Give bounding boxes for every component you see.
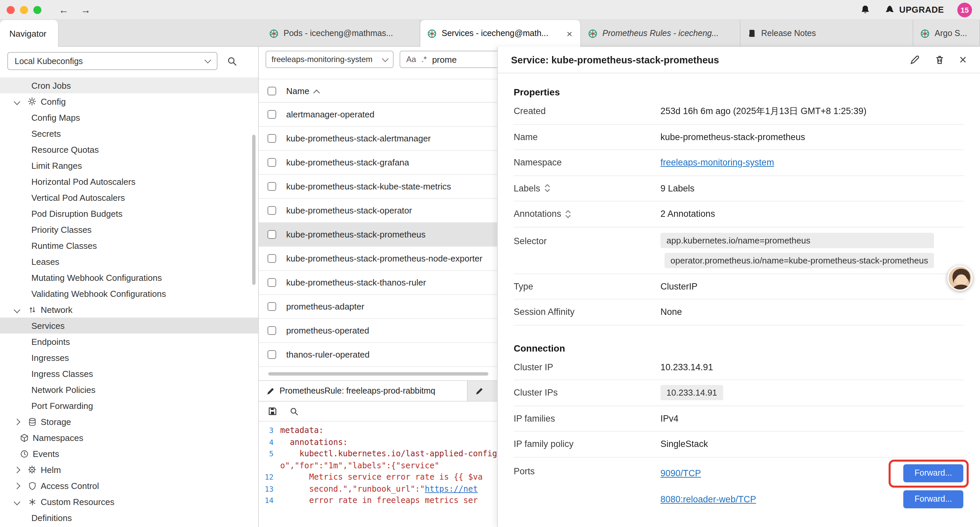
close-window-button[interactable]	[7, 6, 15, 14]
sidebar-search-icon[interactable]	[227, 56, 237, 66]
sidebar-item-config-maps[interactable]: Config Maps	[0, 110, 258, 126]
sidebar-item-definitions[interactable]: Definitions	[0, 509, 258, 525]
forward-icon[interactable]: →	[81, 4, 91, 15]
zoom-window-button[interactable]	[33, 6, 41, 14]
sidebar-item-cron-jobs[interactable]: Cron Jobs	[0, 77, 258, 93]
list-search-input[interactable]	[432, 54, 479, 64]
row-checkbox[interactable]	[267, 110, 276, 119]
sidebar-item-mutating-webhook-configurations[interactable]: Mutating Webhook Configurations	[0, 269, 258, 285]
port-link[interactable]: 9090/TCP	[660, 468, 701, 478]
row-checkbox[interactable]	[267, 326, 276, 335]
regex-toggle[interactable]: .*	[421, 55, 426, 64]
name-column-header[interactable]: Name	[286, 86, 309, 96]
sidebar-item-secrets[interactable]: Secrets	[0, 126, 258, 142]
port-link[interactable]: 8080:reloader-web/TCP	[660, 494, 756, 504]
close-drawer-icon[interactable]: ×	[959, 53, 967, 66]
upgrade-button[interactable]: UPGRADE	[884, 4, 944, 15]
expand-updown-icon[interactable]	[544, 185, 550, 193]
user-avatar[interactable]	[947, 266, 973, 291]
tab-pods[interactable]: Pods - icecheng@mathmas...	[262, 20, 420, 47]
tab-services[interactable]: Services - icecheng@math... ×	[420, 20, 581, 47]
row-checkbox[interactable]	[267, 350, 276, 359]
list-item[interactable]: kube-prometheus-stack-alertmanager	[259, 127, 497, 151]
row-checkbox[interactable]	[267, 302, 276, 311]
sidebar-item-ingresses[interactable]: Ingresses	[0, 350, 258, 366]
chevron-right-icon[interactable]	[15, 483, 25, 488]
tab-release-notes[interactable]: Release Notes	[740, 20, 913, 47]
list-item[interactable]: thanos-ruler-operated	[259, 343, 497, 367]
namespace-filter-select[interactable]: freeleaps-monitoring-system	[266, 51, 394, 68]
sidebar-item-limit-ranges[interactable]: Limit Ranges	[0, 158, 258, 174]
match-case-toggle[interactable]: Aa	[406, 55, 416, 64]
list-item[interactable]: prometheus-adapter	[259, 295, 497, 319]
sidebar-group-namespaces[interactable]: Namespaces	[0, 430, 258, 446]
sidebar-item-horizontal-pod-autoscalers[interactable]: Horizontal Pod Autoscalers	[0, 174, 258, 189]
expand-updown-icon[interactable]	[565, 210, 571, 218]
edit-pencil-icon[interactable]	[910, 55, 920, 65]
row-checkbox[interactable]	[267, 230, 276, 239]
close-tab-icon[interactable]: ×	[565, 29, 574, 38]
sidebar-item-network-policies[interactable]: Network Policies	[0, 382, 258, 398]
row-checkbox[interactable]	[267, 206, 276, 215]
sidebar-group-network[interactable]: Network	[0, 301, 258, 318]
delete-trash-icon[interactable]	[935, 55, 945, 65]
forward-button[interactable]: Forward...	[903, 464, 963, 482]
horizontal-scrollbar[interactable]	[268, 372, 488, 376]
namespace-link[interactable]: freeleaps-monitoring-system	[660, 158, 774, 168]
chevron-down-icon[interactable]	[15, 99, 25, 104]
list-item[interactable]: kube-prometheus-stack-prometheus-node-ex…	[259, 247, 497, 271]
sidebar-group-storage[interactable]: Storage	[0, 414, 258, 430]
sidebar-item-endpoints[interactable]: Endpoints	[0, 334, 258, 350]
chevron-right-icon[interactable]	[15, 467, 25, 472]
forward-button[interactable]: Forward...	[903, 490, 963, 508]
row-checkbox[interactable]	[267, 134, 276, 143]
tab-argo[interactable]: Argo S...	[913, 20, 980, 47]
sidebar-item-resource-quotas[interactable]: Resource Quotas	[0, 142, 258, 158]
sidebar-item-pod-disruption-budgets[interactable]: Pod Disruption Budgets	[0, 205, 258, 221]
row-checkbox[interactable]	[267, 158, 276, 167]
list-item[interactable]: kube-prometheus-stack-operator	[259, 199, 497, 223]
sidebar-item-vertical-pod-autoscalers[interactable]: Vertical Pod Autoscalers	[0, 189, 258, 205]
sidebar-group-config[interactable]: Config	[0, 93, 258, 110]
sidebar-item-services[interactable]: Services	[0, 318, 258, 334]
sidebar-item-validating-webhook-configurations[interactable]: Validating Webhook Configurations	[0, 285, 258, 301]
row-checkbox[interactable]	[267, 254, 276, 263]
editor-search-icon[interactable]	[290, 407, 299, 416]
list-item[interactable]: kube-prometheus-stack-thanos-ruler	[259, 271, 497, 295]
sidebar-group-helm[interactable]: Helm	[0, 462, 258, 478]
tab-navigator[interactable]: Navigator	[0, 20, 59, 47]
editor-tab-prometheusrule[interactable]: PrometheusRule: freeleaps-prod-rabbitmq	[259, 381, 468, 401]
sidebar-item-runtime-classes[interactable]: Runtime Classes	[0, 237, 258, 253]
notifications-bell-icon[interactable]	[860, 4, 870, 15]
sidebar-item-priority-classes[interactable]: Priority Classes	[0, 221, 258, 237]
tab-prometheus-rules[interactable]: Prometheus Rules - icecheng...	[581, 20, 740, 47]
list-item[interactable]: alertmanager-operated	[259, 103, 497, 127]
sidebar-group-events[interactable]: Events	[0, 446, 258, 462]
chevron-right-icon[interactable]	[15, 419, 25, 424]
list-search-box[interactable]: Aa .*	[399, 51, 497, 68]
list-item[interactable]: prometheus-operated	[259, 319, 497, 343]
kubeconfig-selector[interactable]: Local Kubeconfigs	[7, 52, 218, 70]
list-item[interactable]: kube-prometheus-stack-kube-state-metrics	[259, 175, 497, 199]
sidebar-item-leases[interactable]: Leases	[0, 253, 258, 269]
sidebar-item-port-forwarding[interactable]: Port Forwarding	[0, 398, 258, 414]
select-all-checkbox[interactable]	[267, 86, 276, 95]
chevron-down-icon[interactable]	[15, 307, 25, 312]
sidebar-scrollbar[interactable]	[252, 135, 256, 285]
list-item-selected[interactable]: kube-prometheus-stack-prometheus	[259, 223, 497, 247]
save-icon[interactable]	[267, 406, 277, 416]
sidebar-group-custom-resources[interactable]: Custom Resources	[0, 494, 258, 509]
notification-count-badge[interactable]: 15	[957, 2, 972, 17]
yaml-editor[interactable]: 3metadata: 4 annotations: 5 kubectl.kube…	[259, 422, 497, 507]
back-icon[interactable]: ←	[59, 4, 69, 15]
chevron-down-icon[interactable]	[15, 499, 25, 504]
list-item[interactable]: kube-prometheus-stack-grafana	[259, 151, 497, 175]
row-checkbox[interactable]	[267, 278, 276, 287]
navigator-sidebar: Local Kubeconfigs Cron Jobs Config Confi…	[0, 47, 259, 527]
sidebar-item-ingress-classes[interactable]: Ingress Classes	[0, 366, 258, 382]
minimize-window-button[interactable]	[20, 6, 28, 14]
sort-ascending-icon[interactable]	[314, 88, 318, 93]
row-checkbox[interactable]	[267, 182, 276, 191]
editor-tab-next[interactable]	[468, 381, 497, 401]
sidebar-group-access-control[interactable]: Access Control	[0, 478, 258, 494]
